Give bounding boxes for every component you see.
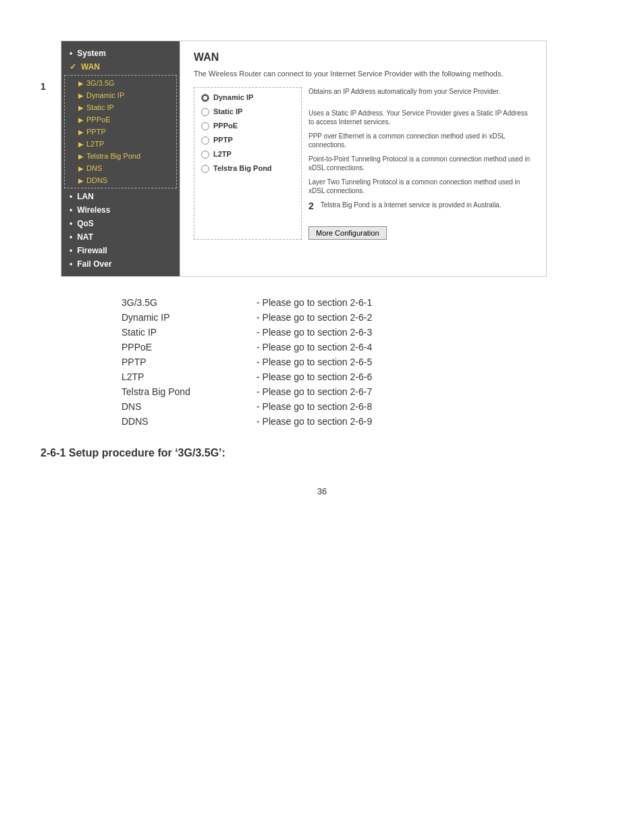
sidebar-3g35g-label: 3G/3.5G <box>86 79 115 87</box>
desc-text-telstra: Telstra Big Pond is a Internet service i… <box>321 201 502 209</box>
sidebar-system-label: System <box>77 49 106 58</box>
wan-submenu: ▶ 3G/3.5G ▶ Dynamic IP ▶ Static IP ▶ PPP… <box>64 75 177 188</box>
page-number: 36 <box>41 486 603 496</box>
section-list-item: DDNS- Please go to section 2-6-9 <box>122 416 603 427</box>
section-item-label: DDNS <box>122 416 257 427</box>
section-item-label: Static IP <box>122 327 257 338</box>
section-item-ref: - Please go to section 2-6-8 <box>257 401 372 412</box>
sidebar-item-pppoe[interactable]: ▶ PPPoE <box>65 113 176 126</box>
sidebar-pppoe-label: PPPoE <box>86 115 110 124</box>
section-item-label: PPPoE <box>122 342 257 353</box>
section-list-item: Telstra Big Pond- Please go to section 2… <box>122 386 603 397</box>
section-item-ref: - Please go to section 2-6-5 <box>257 357 372 367</box>
option-row-pptp: PPTP <box>201 136 294 145</box>
desc-pptp: Point-to-Point Tunneling Protocol is a c… <box>308 155 533 172</box>
desc-dynamic-ip: Obtains an IP Address automatically from… <box>308 87 533 103</box>
page-container: 1 System ✓ WAN ▶ 3G/3.5G ▶ <box>0 0 644 523</box>
sidebar-item-nat[interactable]: NAT <box>61 230 180 244</box>
sidebar-item-firewall[interactable]: Firewall <box>61 244 180 257</box>
desc-text-dynamic-ip: Obtains an IP Address automatically from… <box>308 87 500 96</box>
section-list-item: DNS- Please go to section 2-6-8 <box>122 401 603 412</box>
arrow-icon: ▶ <box>78 116 84 124</box>
arrow-icon: ▶ <box>78 153 84 160</box>
section-item-label: DNS <box>122 401 257 412</box>
sidebar-item-3g35g[interactable]: ▶ 3G/3.5G <box>65 77 176 89</box>
sidebar-telstra-label: Telstra Big Pond <box>86 152 140 160</box>
sidebar-failover-label: Fail Over <box>77 259 111 269</box>
section-list: 3G/3.5G- Please go to section 2-6-1Dynam… <box>122 297 603 427</box>
option-row-telstra: Telstra Big Pond <box>201 164 294 173</box>
sidebar-item-qos[interactable]: QoS <box>61 217 180 230</box>
sidebar: System ✓ WAN ▶ 3G/3.5G ▶ Dynamic IP <box>61 41 180 276</box>
sidebar-lan-label: LAN <box>77 192 94 201</box>
sidebar-item-static-ip[interactable]: ▶ Static IP <box>65 101 176 113</box>
sidebar-dns-label: DNS <box>86 164 102 172</box>
sidebar-item-dynamic-ip[interactable]: ▶ Dynamic IP <box>65 89 176 101</box>
section-item-ref: - Please go to section 2-6-6 <box>257 371 372 382</box>
section-item-label: 3G/3.5G <box>122 297 257 308</box>
sidebar-item-failover[interactable]: Fail Over <box>61 257 180 271</box>
option-row-dynamic-ip: Dynamic IP <box>201 93 294 102</box>
router-ui: System ✓ WAN ▶ 3G/3.5G ▶ Dynamic IP <box>61 41 547 277</box>
sidebar-wan-label: WAN <box>81 62 100 72</box>
section-item-label: PPTP <box>122 357 257 367</box>
sidebar-pptp-label: PPTP <box>86 128 106 136</box>
section-item-ref: - Please go to section 2-6-2 <box>257 312 372 323</box>
section-item-label: Dynamic IP <box>122 312 257 323</box>
sidebar-item-wan[interactable]: ✓ WAN <box>61 60 180 74</box>
options-dashed-box: Dynamic IP Static IP PPPoE PPTP <box>194 87 302 240</box>
arrow-icon: ▶ <box>78 128 84 136</box>
section-list-item: PPTP- Please go to section 2-6-5 <box>122 357 603 367</box>
sidebar-item-lan[interactable]: LAN <box>61 190 180 203</box>
sidebar-static-ip-label: Static IP <box>86 103 114 111</box>
desc-text-static-ip: Uses a Static IP Address. Your Service P… <box>308 109 533 126</box>
desc-text-pppoe: PPP over Ethernet is a common connection… <box>308 132 533 149</box>
option-label-l2tp: L2TP <box>213 150 232 158</box>
sidebar-item-telstra[interactable]: ▶ Telstra Big Pond <box>65 150 176 162</box>
sidebar-item-ddns[interactable]: ▶ DDNS <box>65 174 176 186</box>
radio-dynamic-ip[interactable] <box>201 94 209 102</box>
section-item-ref: - Please go to section 2-6-7 <box>257 386 372 397</box>
sidebar-item-system[interactable]: System <box>61 47 180 60</box>
desc-text-pptp: Point-to-Point Tunneling Protocol is a c… <box>308 155 533 172</box>
option-label-pptp: PPTP <box>213 136 233 144</box>
section-item-label: L2TP <box>122 371 257 382</box>
sidebar-nat-label: NAT <box>77 232 93 242</box>
step-1-marker: 1 <box>41 81 54 92</box>
wan-description: The Wireless Router can connect to your … <box>194 69 533 79</box>
sidebar-firewall-label: Firewall <box>77 246 107 255</box>
option-label-dynamic-ip: Dynamic IP <box>213 93 253 101</box>
section-item-label: Telstra Big Pond <box>122 386 257 397</box>
sidebar-item-l2tp[interactable]: ▶ L2TP <box>65 138 176 150</box>
radio-l2tp[interactable] <box>201 151 209 159</box>
desc-telstra: 2 Telstra Big Pond is a Internet service… <box>308 201 533 217</box>
step-2-marker: 2 <box>308 201 314 211</box>
sidebar-item-pptp[interactable]: ▶ PPTP <box>65 126 176 138</box>
router-ui-wrapper: 1 System ✓ WAN ▶ 3G/3.5G ▶ <box>41 41 603 277</box>
sidebar-item-wireless[interactable]: Wireless <box>61 203 180 217</box>
section-list-item: Static IP- Please go to section 2-6-3 <box>122 327 603 338</box>
option-label-telstra: Telstra Big Pond <box>213 164 272 172</box>
sidebar-dynamic-ip-label: Dynamic IP <box>86 91 124 99</box>
arrow-icon: ▶ <box>78 140 84 148</box>
radio-static-ip[interactable] <box>201 108 209 116</box>
setup-heading: 2-6-1 Setup procedure for ‘3G/3.5G’: <box>41 447 603 459</box>
option-row-static-ip: Static IP <box>201 107 294 116</box>
sidebar-ddns-label: DDNS <box>86 176 107 184</box>
desc-text-l2tp: Layer Two Tunneling Protocol is a common… <box>308 178 533 195</box>
option-label-pppoe: PPPoE <box>213 122 238 130</box>
sidebar-l2tp-label: L2TP <box>86 140 104 148</box>
main-content: WAN The Wireless Router can connect to y… <box>180 41 546 276</box>
desc-static-ip: Uses a Static IP Address. Your Service P… <box>308 109 533 126</box>
arrow-icon: ▶ <box>78 165 84 172</box>
section-list-item: PPPoE- Please go to section 2-6-4 <box>122 342 603 353</box>
radio-pptp[interactable] <box>201 136 209 145</box>
sidebar-item-dns[interactable]: ▶ DNS <box>65 162 176 174</box>
more-config-button[interactable]: More Configuration <box>308 226 387 240</box>
radio-pppoe[interactable] <box>201 122 209 130</box>
section-list-item: L2TP- Please go to section 2-6-6 <box>122 371 603 382</box>
desc-pppoe: PPP over Ethernet is a common connection… <box>308 132 533 149</box>
option-row-l2tp: L2TP <box>201 150 294 159</box>
section-list-item: Dynamic IP- Please go to section 2-6-2 <box>122 312 603 323</box>
radio-telstra[interactable] <box>201 165 209 173</box>
